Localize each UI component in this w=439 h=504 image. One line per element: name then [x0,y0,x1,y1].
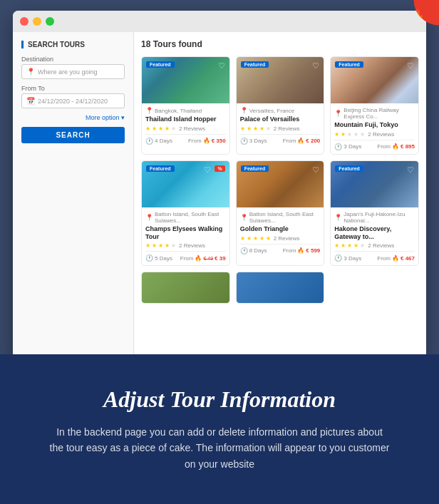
fromto-label: From To [21,85,125,92]
fromto-input[interactable]: 📅 24/12/2020 - 24/12/2020 [21,93,125,108]
location-pin-icon: 📍 [334,214,342,221]
card-body: 📍 Versailles, France Palace of Versaille… [237,103,324,148]
favorite-icon[interactable]: ♡ [407,165,414,175]
card-location: 📍 Bangkok, Thailand [145,107,226,114]
card-body: 📍 Japan's Fuji-Hakone-Izu National... Ha… [331,207,418,266]
card-stars: ★★★★★ 2 Reviews [240,125,321,132]
card-price: From 🔥 € 895 [377,143,415,150]
card-days: 🕐 3 Days [240,138,267,145]
browser-maximize-dot[interactable] [46,17,54,26]
card-footer: 🕐 3 Days From 🔥 € 200 [240,134,321,145]
card-body: 📍 Beijing China Railway Express Co... Mo… [331,103,418,154]
tour-card-image: Featured ♡ [237,161,324,207]
destination-group: Destination 📍 Where are you going [21,56,125,79]
search-button[interactable]: SEARCH [21,127,125,143]
tour-card-image: Featured % ♡ [142,161,229,207]
card-footer: 🕐 4 Days From 🔥 € 350 [145,134,226,145]
favorite-icon[interactable]: ♡ [407,61,414,71]
reviews-count: 2 Reviews [274,235,300,242]
location-text: Batton Island, South East Sulawes... [155,211,226,224]
tour-card-partial[interactable] [141,272,230,304]
tour-card[interactable]: Featured ♡ 📍 Bangkok, Thailand Thailand … [141,56,230,155]
card-days: 🕐 5 Days [145,254,172,262]
clock-icon: 🕐 [240,138,248,145]
days-text: 3 Days [344,143,361,150]
favorite-icon[interactable]: ♡ [204,165,211,175]
results-count: 18 Tours found [141,39,419,49]
price-value: € 895 [401,143,415,150]
card-stars: ★★★★★ 2 Reviews [145,125,226,132]
from-label: From [283,138,296,144]
from-label: From [377,143,391,150]
tour-grid: Featured ♡ 📍 Bangkok, Thailand Thailand … [141,56,419,266]
tour-card[interactable]: Featured ♡ 📍 Beijing China Railway Expre… [330,56,419,155]
card-stars: ★★★★★ 2 Reviews [334,131,415,138]
card-footer: 🕐 3 Days From 🔥 € 895 [334,140,415,150]
from-label: From [188,138,202,144]
favorite-icon[interactable]: ♡ [218,61,225,71]
price-flame-icon: 🔥 [297,247,304,254]
card-price: From 🔥 € 200 [283,138,321,144]
tour-card-partial[interactable] [236,272,325,304]
card-title: Golden Triangle [240,225,321,233]
tour-card-image: Featured ♡ [142,57,229,103]
price-value: € 39 [215,255,226,262]
clock-icon: 🕐 [334,254,342,262]
card-footer: 🕐 3 Days From 🔥 € 467 [334,251,415,262]
price-flame-icon: 🔥 [203,138,210,144]
card-price: From 🔥 € 599 [283,247,321,254]
destination-placeholder: Where are you going [38,68,98,76]
card-title: Palace of Versailles [240,115,321,123]
fromto-value: 24/12/2020 - 24/12/2020 [38,98,108,105]
featured-badge: Featured [146,61,175,68]
price-flame-icon: 🔥 [297,138,304,144]
card-body: 📍 Batton Island, South East Sulawes... G… [237,207,324,258]
card-footer: 🕐 5 Days From 🔥 € 49 € 39 [145,251,226,262]
tour-card[interactable]: Featured % ♡ 📍 Batton Island, South East… [141,160,230,267]
extra-tour-row [141,272,419,304]
from-label: From [180,255,194,262]
sale-badge: % [215,165,224,172]
featured-badge: Featured [146,165,175,172]
card-body: 📍 Batton Island, South East Sulawes... C… [142,207,229,266]
card-title: Champs Elysees Walking Tour [145,225,226,241]
card-days: 🕐 4 Days [145,138,172,145]
clock-icon: 🕐 [145,254,153,262]
featured-badge: Featured [241,61,269,68]
featured-badge: Featured [335,61,363,68]
tour-card-image: Featured ♡ [237,57,324,103]
price-value: € 467 [401,255,415,262]
price-value: € 200 [306,138,320,144]
more-options-link[interactable]: More option ▾ [21,114,125,121]
days-text: 4 Days [155,138,172,144]
location-pin-icon: 📍 [240,214,248,221]
browser-window: SEARCH TOURS Destination 📍 Where are you… [13,11,426,360]
reviews-count: 2 Reviews [368,242,394,249]
favorite-icon[interactable]: ♡ [312,61,319,71]
browser-close-dot[interactable] [20,17,29,26]
card-location: 📍 Batton Island, South East Sulawes... [145,211,226,224]
main-content: 18 Tours found Featured ♡ 📍 Bangkok, Tha… [134,32,426,360]
days-text: 3 Days [344,255,361,262]
card-stars: ★★★★★ 2 Reviews [240,235,321,242]
location-text: Beijing China Railway Express Co... [344,107,415,120]
clock-icon: 🕐 [240,247,248,254]
reviews-count: 2 Reviews [368,131,394,138]
tour-card[interactable]: Featured ♡ 📍 Batton Island, South East S… [236,160,325,267]
bottom-title: Adjust Tour Information [103,386,336,413]
tour-card[interactable]: Featured ♡ 📍 Versailles, France Palace o… [236,56,325,155]
card-stars: ★★★★★ 2 Reviews [334,242,415,249]
price-flame-icon: 🔥 [392,143,399,150]
location-pin-icon: 📍 [334,110,342,117]
bottom-section: Adjust Tour Information In the backend p… [0,354,439,504]
from-label: From [283,247,296,254]
destination-input[interactable]: 📍 Where are you going [21,64,125,79]
sidebar-title: SEARCH TOURS [21,41,125,48]
reviews-count: 2 Reviews [179,125,205,132]
tour-card[interactable]: Featured ♡ 📍 Japan's Fuji-Hakone-Izu Nat… [330,160,419,267]
days-text: 5 Days [155,255,172,262]
favorite-icon[interactable]: ♡ [312,165,319,175]
card-title: Mountain Fuji, Tokyo [334,121,415,129]
card-title: Hakone Discovery, Gateway to... [334,225,415,241]
browser-minimize-dot[interactable] [33,17,41,26]
